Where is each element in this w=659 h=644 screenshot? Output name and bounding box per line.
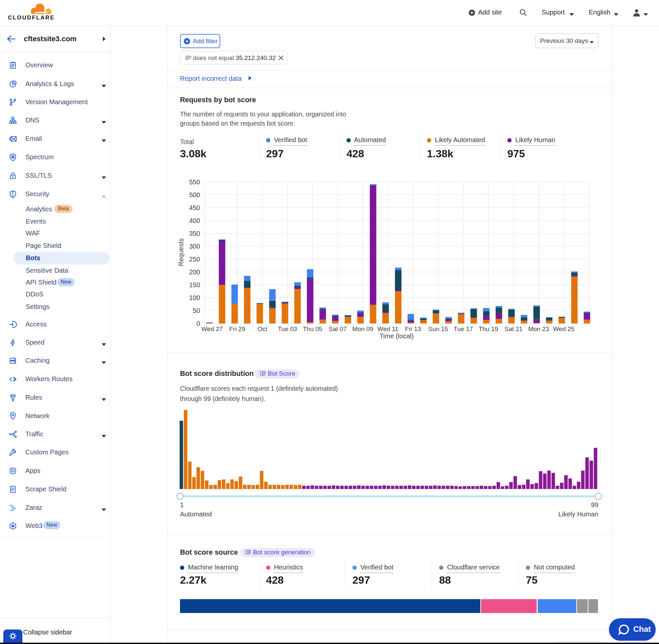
svg-text:Fri 13: Fri 13 (405, 325, 421, 332)
svg-text:450: 450 (189, 204, 200, 211)
svg-text:Sat 07: Sat 07 (329, 325, 347, 332)
svg-text:Requests: Requests (178, 238, 185, 267)
svg-text:Thu 05: Thu 05 (303, 325, 323, 332)
svg-text:Sun 15: Sun 15 (428, 325, 448, 332)
svg-text:Wed 11: Wed 11 (377, 325, 399, 332)
svg-text:Tue 03: Tue 03 (278, 325, 297, 332)
svg-text:Sat 21: Sat 21 (504, 325, 522, 332)
svg-text:Tue 17: Tue 17 (454, 325, 473, 332)
svg-text:Mon 23: Mon 23 (528, 325, 549, 332)
svg-text:Fri 29: Fri 29 (229, 325, 245, 332)
svg-text:Oct: Oct (257, 325, 267, 332)
svg-text:Time (local): Time (local) (379, 332, 414, 340)
svg-text:Thu 19: Thu 19 (479, 325, 498, 332)
svg-text:200: 200 (189, 269, 200, 276)
svg-text:50: 50 (193, 307, 200, 314)
svg-text:250: 250 (189, 256, 200, 263)
svg-text:300: 300 (189, 243, 200, 250)
svg-text:100: 100 (189, 294, 200, 301)
svg-text:400: 400 (189, 217, 200, 224)
svg-text:Wed 25: Wed 25 (553, 325, 574, 332)
svg-text:Mon 09: Mon 09 (352, 325, 373, 332)
svg-text:500: 500 (189, 191, 200, 199)
svg-text:0: 0 (196, 320, 200, 327)
svg-text:350: 350 (189, 230, 200, 237)
svg-text:Wed 27: Wed 27 (202, 325, 223, 332)
svg-text:550: 550 (189, 178, 200, 186)
svg-text:150: 150 (189, 281, 200, 289)
